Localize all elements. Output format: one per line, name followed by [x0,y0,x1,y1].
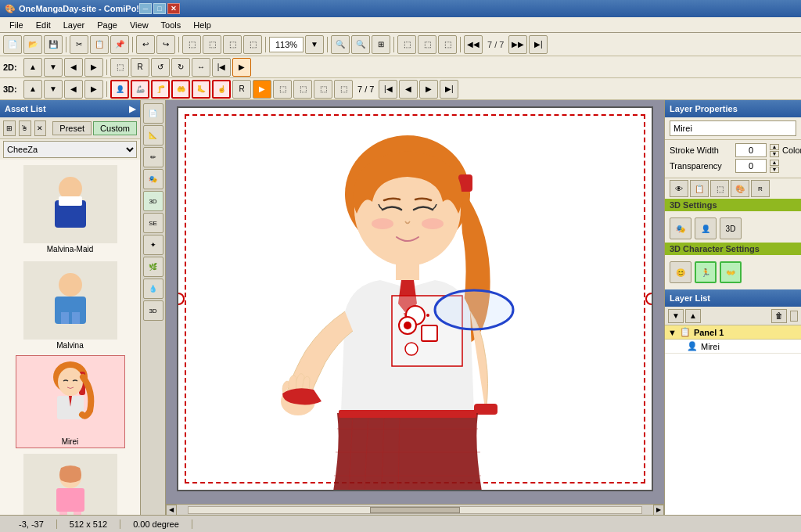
tb-page-next[interactable]: ▶▶ [508,35,527,54]
layer-group-panel1[interactable]: ▼ 📋 Panel 1 [665,325,801,340]
menu-help[interactable]: Help [187,19,217,31]
tb-extra1[interactable]: ⬚ [397,35,416,54]
2d-t7[interactable]: ▶ [232,58,251,77]
3d-set-btn2[interactable]: 👤 [695,217,717,239]
3d-char-t6[interactable]: ☝ [212,80,231,99]
undo-btn[interactable]: ↩ [136,35,155,54]
3d-last[interactable]: ▶| [440,80,458,99]
2d-t4[interactable]: ↻ [171,58,190,77]
view-color-btn[interactable]: 🎨 [731,180,749,197]
3d-set-btn1[interactable]: 🎭 [670,217,691,239]
view-grid-btn[interactable]: ⬚ [710,180,729,197]
close-button[interactable]: ✕ [167,3,180,14]
menu-layer[interactable]: Layer [57,19,92,31]
preset-button[interactable]: Preset [52,121,92,135]
scroll-track-h[interactable] [188,506,642,514]
side-icon-select[interactable]: 📐 [143,125,163,146]
scroll-thumb-h[interactable] [370,507,461,513]
3d-char-t5[interactable]: 🦶 [192,80,210,99]
tb-misc4[interactable]: ⬚ [243,35,262,54]
zoom-input[interactable] [269,37,304,52]
3d-char-t3[interactable]: 🦵 [151,80,170,99]
side-icon-3d[interactable]: 3D [143,191,163,211]
trans-up[interactable]: ▲ [770,160,779,166]
menu-file[interactable]: File [3,19,30,31]
open-btn[interactable]: 📂 [23,35,42,54]
2d-t5[interactable]: ↔ [192,58,210,77]
asset-malvina[interactable]: Malvina [16,259,125,352]
side-icon-tree[interactable]: 🌿 [143,257,163,277]
main-canvas[interactable] [177,106,653,491]
3d-char-set-btn2[interactable]: 🏃 [695,261,717,283]
save-btn[interactable]: 💾 [44,35,63,54]
3d-next[interactable]: ▶ [419,80,438,99]
asset-tool-2[interactable]: 🖱 [19,120,31,136]
layer-group-header-panel1[interactable]: ▼ 📋 Panel 1 [665,325,801,339]
layer-up-btn[interactable]: ▲ [685,309,701,323]
layer-delete-btn[interactable]: 🗑 [771,309,787,323]
3d-char-t2[interactable]: 🦾 [131,80,149,99]
trans-down[interactable]: ▼ [770,167,779,173]
zoom-out-btn[interactable]: 🔍 [351,35,370,54]
cut-btn[interactable]: ✂ [70,35,88,54]
3d-t-extra4[interactable]: ⬚ [334,80,353,99]
custom-button[interactable]: Custom [93,121,137,135]
asset-tool-1[interactable]: ⊞ [3,120,16,136]
side-icon-pen[interactable]: ✏ [143,147,163,167]
2d-t3[interactable]: ↺ [151,58,170,77]
layer-down-btn[interactable]: ▼ [668,309,684,323]
3d-prev[interactable]: ◀ [399,80,418,99]
tb-misc2[interactable]: ⬚ [203,35,221,54]
side-icon-new[interactable]: 📄 [143,103,163,124]
3d-char-set-btn3[interactable]: 👐 [720,261,742,283]
asset-panel-arrow[interactable]: ▶ [129,104,135,114]
3d-first[interactable]: |◀ [379,80,397,99]
stroke-down[interactable]: ▼ [770,151,779,157]
3d-play[interactable]: ▶ [253,80,271,99]
menu-edit[interactable]: Edit [30,19,57,31]
minimize-button[interactable]: ─ [139,3,152,14]
stroke-up[interactable]: ▲ [770,144,779,150]
layer-item-mirei[interactable]: 👤 Mirei [665,340,801,354]
view-r-btn[interactable]: R [751,180,770,197]
view-panel-btn[interactable]: 📋 [690,180,709,197]
zoom-in-btn[interactable]: 🔍 [331,35,350,54]
tb-page-end[interactable]: ▶| [529,35,548,54]
asset-pryanya[interactable]: Pryanya [16,451,125,515]
tb-extra2[interactable]: ⬚ [418,35,436,54]
side-icon-effect[interactable]: ✦ [143,235,163,255]
3d-up[interactable]: ▲ [23,80,42,99]
3d-r-btn[interactable]: R [232,80,251,99]
scroll-right-btn[interactable]: ▶ [653,505,664,516]
tb-page-prev[interactable]: ◀◀ [464,35,483,54]
zoom-dropdown[interactable]: ▼ [305,35,324,54]
asset-mirei[interactable]: Mirei [16,355,125,448]
2d-down[interactable]: ▼ [44,58,63,77]
3d-left[interactable]: ◀ [64,80,83,99]
3d-char-t1[interactable]: 👤 [110,80,129,99]
side-icon-mask[interactable]: 🎭 [143,169,163,189]
paste-btn[interactable]: 📌 [110,35,129,54]
layer-name-input[interactable] [670,120,796,136]
side-icon-drop[interactable]: 💧 [143,279,163,299]
horizontal-scrollbar[interactable]: ◀ ▶ [166,504,664,515]
3d-t-extra3[interactable]: ⬚ [314,80,332,99]
3d-t-extra1[interactable]: ⬚ [273,80,292,99]
side-icon-se[interactable]: SE [143,213,163,233]
copy-btn[interactable]: 📋 [90,35,109,54]
2d-t2[interactable]: R [131,58,149,77]
3d-char-set-btn1[interactable]: 😊 [670,261,691,283]
zoom-fit-btn[interactable]: ⊞ [372,35,390,54]
layer-scroll[interactable] [790,311,798,322]
maximize-button[interactable]: □ [153,3,166,14]
character-select[interactable]: CheeZa [3,141,137,158]
3d-t-extra2[interactable]: ⬚ [293,80,312,99]
side-icon-3dchar[interactable]: 3D [143,300,163,321]
2d-t6[interactable]: |◀ [212,58,231,77]
2d-t1[interactable]: ⬚ [110,58,129,77]
2d-right[interactable]: ▶ [84,58,103,77]
menu-page[interactable]: Page [91,19,124,31]
tb-misc1[interactable]: ⬚ [182,35,201,54]
3d-set-btn3[interactable]: 3D [720,217,742,239]
menu-view[interactable]: View [124,19,155,31]
